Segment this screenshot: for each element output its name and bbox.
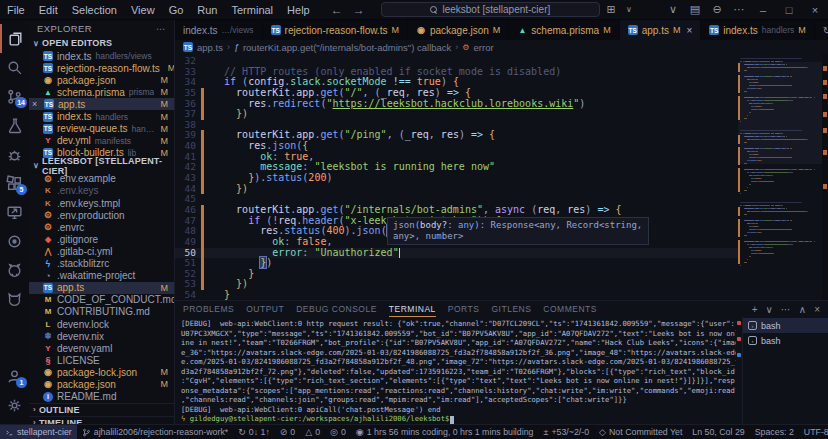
timeline-section[interactable]: › TIMELINE <box>29 416 174 424</box>
status-warnings[interactable]: △0 <box>300 425 325 439</box>
code-editor[interactable]: 3233 // HTTP routes (only enabled if soc… <box>175 54 828 300</box>
panel-tab-problems[interactable]: PROBLEMS <box>183 301 234 317</box>
open-editor-item[interactable]: ×TSapp.tsM <box>29 98 174 110</box>
open-editor-item[interactable]: ◉package.jsonM <box>29 74 174 86</box>
activity-source-control[interactable]: 14 <box>0 82 29 111</box>
menu-view[interactable]: View <box>124 0 162 19</box>
more-icon[interactable]: ⋯ <box>728 0 750 19</box>
status-git-commit-status[interactable]: ◇Not Committed Yet <box>594 425 687 439</box>
file-item[interactable]: ⚙.env.production <box>29 209 174 221</box>
file-item[interactable]: ⚙.envrc <box>29 221 174 233</box>
menu-go[interactable]: Go <box>162 0 191 19</box>
tab-package.json[interactable]: ◉package.jsonM <box>408 20 509 40</box>
file-item[interactable]: MCONTRIBUTING.md <box>29 306 174 318</box>
panel-tab-comments[interactable]: COMMENTS <box>543 301 597 317</box>
activity-github[interactable] <box>0 256 29 285</box>
terminal-tab-item[interactable]: ›bash <box>743 318 828 333</box>
panel-tab-gitlens[interactable]: GITLENS <box>491 301 531 317</box>
close-icon[interactable]: × <box>686 25 692 36</box>
file-item[interactable]: ◆.gitignore <box>29 233 174 245</box>
file-item[interactable]: TSapp.tsM <box>29 282 174 294</box>
status-diff-stats[interactable]: ±+53/~2/-0 <box>538 425 594 439</box>
file-item[interactable]: §LICENSE <box>29 354 174 366</box>
menu-selection[interactable]: Selection <box>65 0 124 19</box>
activity-explorer[interactable] <box>0 24 29 53</box>
status-cursor-position[interactable]: Ln 50, Col 29 <box>687 425 749 439</box>
status-wakatime[interactable]: ◉1 hrs 56 mins coding, 0 hrs 1 mins buil… <box>351 425 539 439</box>
minimize-icon[interactable]: – <box>750 0 776 19</box>
minimap-slider[interactable] <box>738 62 822 164</box>
activity-search[interactable] <box>0 53 29 82</box>
explorer-more-icon[interactable]: ⋯ <box>156 23 166 34</box>
command-center-search[interactable]: leeksbot [stellapent-cier] <box>381 2 600 17</box>
activity-debug[interactable] <box>0 140 29 169</box>
file-item[interactable]: Ydevenv.yaml <box>29 342 174 354</box>
menu-edit[interactable]: Edit <box>32 0 65 19</box>
terminal-dropdown-icon[interactable]: ∨ <box>766 304 773 315</box>
customize-layout-icon[interactable]: ⊞ <box>600 0 622 19</box>
open-editor-item[interactable]: TSindex.tshandlers/views <box>29 50 174 62</box>
breadcrumb[interactable]: TS app.ts › ƒ routerKit.app.get("/intern… <box>175 40 828 54</box>
layout-dropdown-icon[interactable]: ∨ <box>622 0 636 19</box>
open-editor-item[interactable]: TSreview-queue.tshandlers/a…M <box>29 123 174 135</box>
menu-run[interactable]: Run <box>190 0 224 19</box>
file-item[interactable]: ⋀.gitlab-ci.yml <box>29 245 174 257</box>
workspace-header[interactable]: ∨ LEEKSBOT [STELLAPENT-CIER] <box>29 159 174 173</box>
open-editor-item[interactable]: TSrejection-reason-flow.tsha…M <box>29 62 174 74</box>
activity-gitlab[interactable] <box>0 285 29 314</box>
tab-schema.prisma[interactable]: ▲schema.prismaM <box>509 20 619 40</box>
menu-file[interactable]: File <box>0 0 32 19</box>
toggle-panel-icon[interactable]: ▤ <box>684 0 706 19</box>
minimap[interactable] <box>738 54 822 300</box>
status-errors[interactable]: ⊘0 <box>275 425 300 439</box>
breadcrumb-symbol[interactable]: routerKit.app.get("/internals/bot-admins… <box>243 42 451 53</box>
status-git-sync[interactable]: ↻0↓ 1↑ <box>233 425 275 439</box>
back-icon[interactable]: ← <box>331 3 343 17</box>
maximize-panel-icon[interactable]: ∧ <box>799 304 806 315</box>
panel-tab-debug-console[interactable]: DEBUG CONSOLE <box>296 301 377 317</box>
file-item[interactable]: K.env.keys.tmpl <box>29 197 174 209</box>
menu-help[interactable]: Help <box>280 0 317 19</box>
zoom-out-icon[interactable]: ⊖ <box>706 0 728 19</box>
file-item[interactable]: ◉package-lock.jsonM <box>29 366 174 378</box>
maximize-icon[interactable]: □ <box>776 0 802 19</box>
toggle-secondary-sidebar-icon[interactable]: ∨ <box>662 0 684 19</box>
panel-tab-output[interactable]: OUTPUT <box>246 301 284 317</box>
forward-icon[interactable]: → <box>353 3 365 17</box>
status-git-branch[interactable]: ajhalili2006/rejection-reason-work* <box>77 425 233 439</box>
tab-rejection-reason-flow.ts[interactable]: TSrejection-reason-flow.tsM <box>263 20 408 40</box>
file-item[interactable]: ◔.wakatime-project <box>29 270 174 282</box>
close-panel-icon[interactable]: × <box>814 304 820 315</box>
file-item[interactable]: MCODE_OF_CONDUCT.md <box>29 294 174 306</box>
status-remote-indicator[interactable]: stellapent-cier <box>0 425 77 439</box>
status-indentation[interactable]: Spaces: 2 <box>750 425 799 439</box>
activity-testing[interactable] <box>0 111 29 140</box>
panel-tab-ports[interactable]: PORTS <box>448 301 480 317</box>
activity-live-share[interactable] <box>0 227 29 256</box>
activity-extensions[interactable]: 5 <box>0 169 29 198</box>
close-icon[interactable]: × <box>802 0 828 19</box>
activity-accounts[interactable]: 1 <box>0 362 29 391</box>
open-editor-item[interactable]: Ydev.ymlmanifestsM <box>29 135 174 147</box>
file-item[interactable]: ◉package.jsonM <box>29 378 174 390</box>
outline-section[interactable]: › OUTLINE <box>29 403 174 416</box>
terminal-tab-item[interactable]: ›bash <box>743 333 828 348</box>
tab-app.ts[interactable]: TSapp.tsM× <box>620 20 702 40</box>
status-ports-forwarded[interactable]: ◎0 <box>325 425 351 439</box>
status-encoding[interactable]: UTF-8 <box>799 425 828 439</box>
open-editor-item[interactable]: ▲schema.prismaprismaM <box>29 86 174 98</box>
file-item[interactable]: ϟ.stackblitzrc <box>29 258 174 270</box>
activity-settings[interactable] <box>0 391 29 420</box>
breadcrumb-file[interactable]: app.ts <box>197 42 223 53</box>
new-terminal-icon[interactable]: + <box>752 304 758 315</box>
open-timeline-icon[interactable]: ↻ <box>823 25 828 36</box>
open-editors-header[interactable]: ∨ OPEN EDITORS <box>29 36 174 50</box>
tab-index.ts[interactable]: TSindex.tshandlersM <box>701 20 815 40</box>
open-editor-item[interactable]: TSindex.tshandlersM <box>29 110 174 122</box>
panel-tab-terminal[interactable]: TERMINAL <box>389 301 436 317</box>
file-item[interactable]: K.env.keys <box>29 185 174 197</box>
tab-index.ts[interactable]: index.ts…/views <box>175 20 263 40</box>
file-item[interactable]: iREADME.md <box>29 391 174 403</box>
file-item[interactable]: ❄devenv.nix <box>29 330 174 342</box>
file-item[interactable]: ⚙.env.example <box>29 173 174 185</box>
